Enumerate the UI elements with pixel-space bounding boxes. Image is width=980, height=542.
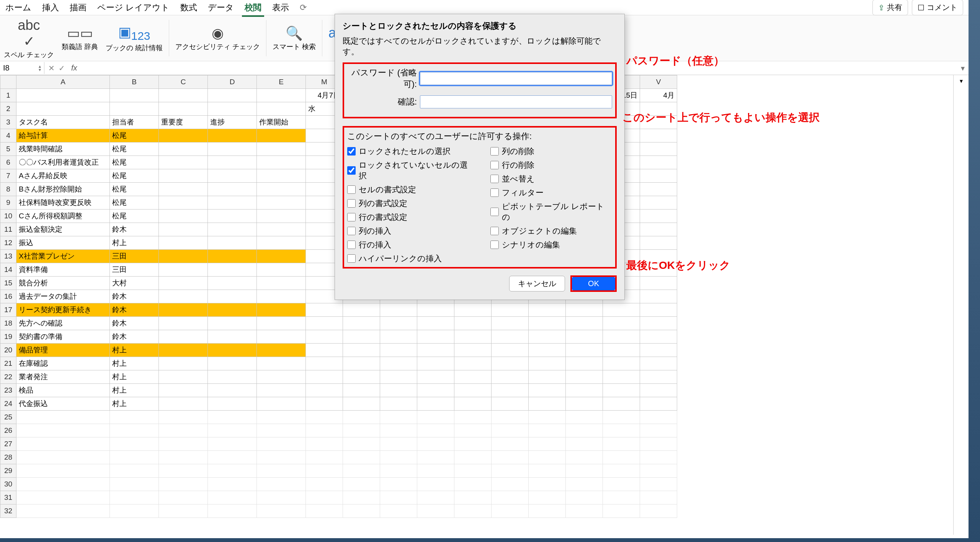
cell[interactable] <box>343 303 380 317</box>
row-header-7[interactable]: 7 <box>0 169 16 183</box>
tab-6[interactable]: 校閲 <box>239 0 267 16</box>
task-16[interactable]: 過去データの集計 <box>16 290 110 303</box>
row-header-30[interactable]: 30 <box>0 478 16 491</box>
cell[interactable] <box>208 102 257 116</box>
comment-button[interactable]: ☐コメント <box>912 0 963 15</box>
cell[interactable] <box>380 370 417 384</box>
assignee-16[interactable]: 鈴木 <box>110 290 159 303</box>
perm-checkbox[interactable] <box>490 147 499 156</box>
perm-option[interactable]: オブジェクトの編集 <box>490 226 612 236</box>
row-header-14[interactable]: 14 <box>0 263 16 277</box>
cell[interactable] <box>603 478 640 491</box>
task-13[interactable]: X社営業プレゼン <box>16 250 110 263</box>
cell[interactable] <box>208 290 257 303</box>
ok-button[interactable]: OK <box>572 277 615 290</box>
perm-option[interactable]: 列の書式設定 <box>347 198 475 209</box>
task-4[interactable]: 給与計算 <box>16 129 110 142</box>
assignee-8[interactable]: 松尾 <box>110 183 159 196</box>
cell[interactable] <box>257 357 306 370</box>
row-header-13[interactable]: 13 <box>0 250 16 263</box>
cell[interactable] <box>16 437 110 451</box>
cell[interactable] <box>640 478 677 491</box>
cell[interactable] <box>208 437 257 451</box>
cell[interactable] <box>306 344 343 357</box>
cell[interactable] <box>640 142 677 156</box>
cell[interactable] <box>492 303 529 317</box>
perm-option[interactable]: 並べ替え <box>490 174 612 184</box>
cell[interactable] <box>208 223 257 236</box>
row-header-2[interactable]: 2 <box>0 102 16 116</box>
cell[interactable] <box>603 424 640 437</box>
cancel-button[interactable]: キャンセル <box>509 276 565 291</box>
cell[interactable] <box>306 464 343 478</box>
perm-checkbox[interactable] <box>347 254 356 263</box>
cell[interactable] <box>159 357 208 370</box>
perm-checkbox[interactable] <box>347 227 356 235</box>
cell[interactable] <box>16 464 110 478</box>
cell[interactable] <box>208 357 257 370</box>
cell[interactable] <box>417 478 454 491</box>
namebox-dropdown-icon[interactable]: ▴▾ <box>39 65 41 71</box>
cell[interactable] <box>208 478 257 491</box>
task-5[interactable]: 残業時間確認 <box>16 142 110 156</box>
cell[interactable] <box>529 437 566 451</box>
assignee-21[interactable]: 村上 <box>110 357 159 370</box>
cell[interactable] <box>208 344 257 357</box>
cell[interactable] <box>159 169 208 183</box>
task-14[interactable]: 資料準備 <box>16 263 110 277</box>
row-header-23[interactable]: 23 <box>0 384 16 397</box>
cell[interactable] <box>343 344 380 357</box>
assignee-13[interactable]: 三田 <box>110 250 159 263</box>
row-header-32[interactable]: 32 <box>0 504 16 518</box>
cell[interactable] <box>566 491 603 504</box>
col-header-C[interactable]: C <box>159 75 208 89</box>
cell[interactable] <box>159 370 208 384</box>
workbook-stats-button[interactable]: ▣123ブックの 統計情報 <box>102 15 167 61</box>
cell[interactable] <box>159 384 208 397</box>
col-header-A[interactable]: A <box>16 75 110 89</box>
cell[interactable] <box>257 397 306 411</box>
row-header-21[interactable]: 21 <box>0 357 16 370</box>
row-header-18[interactable]: 18 <box>0 317 16 330</box>
row-header-8[interactable]: 8 <box>0 183 16 196</box>
cell[interactable] <box>417 464 454 478</box>
cell[interactable] <box>257 504 306 518</box>
assignee-5[interactable]: 松尾 <box>110 142 159 156</box>
cell[interactable] <box>159 437 208 451</box>
cell[interactable] <box>306 491 343 504</box>
cell[interactable] <box>380 464 417 478</box>
task-8[interactable]: Bさん財形控除開始 <box>16 183 110 196</box>
cell[interactable] <box>306 504 343 518</box>
accessibility-button[interactable]: ◉アクセシビリティ チェック <box>172 15 264 61</box>
cell[interactable] <box>16 424 110 437</box>
row-header-6[interactable]: 6 <box>0 156 16 169</box>
col-header-B[interactable]: B <box>110 75 159 89</box>
row-header-12[interactable]: 12 <box>0 236 16 250</box>
cell[interactable] <box>454 411 492 424</box>
cell[interactable] <box>257 451 306 464</box>
cell[interactable] <box>159 277 208 290</box>
cell[interactable] <box>159 397 208 411</box>
cell[interactable] <box>257 424 306 437</box>
assignee-23[interactable]: 村上 <box>110 384 159 397</box>
perm-option[interactable]: 行の書式設定 <box>347 212 475 223</box>
cell[interactable] <box>306 317 343 330</box>
cell[interactable] <box>454 384 492 397</box>
cell[interactable] <box>208 317 257 330</box>
cell[interactable] <box>603 491 640 504</box>
task-20[interactable]: 備品管理 <box>16 344 110 357</box>
cell[interactable] <box>343 491 380 504</box>
cell[interactable] <box>417 411 454 424</box>
cell[interactable] <box>566 384 603 397</box>
cell[interactable] <box>380 437 417 451</box>
cell[interactable] <box>16 491 110 504</box>
row-header-17[interactable]: 17 <box>0 303 16 317</box>
row-header-25[interactable]: 25 <box>0 411 16 424</box>
row-header-16[interactable]: 16 <box>0 290 16 303</box>
cell[interactable] <box>492 357 529 370</box>
row-header-29[interactable]: 29 <box>0 464 16 478</box>
task-6[interactable]: 〇〇バス利用者運賃改正 <box>16 156 110 169</box>
assignee-12[interactable]: 村上 <box>110 236 159 250</box>
cell[interactable] <box>16 504 110 518</box>
cell[interactable] <box>257 129 306 142</box>
